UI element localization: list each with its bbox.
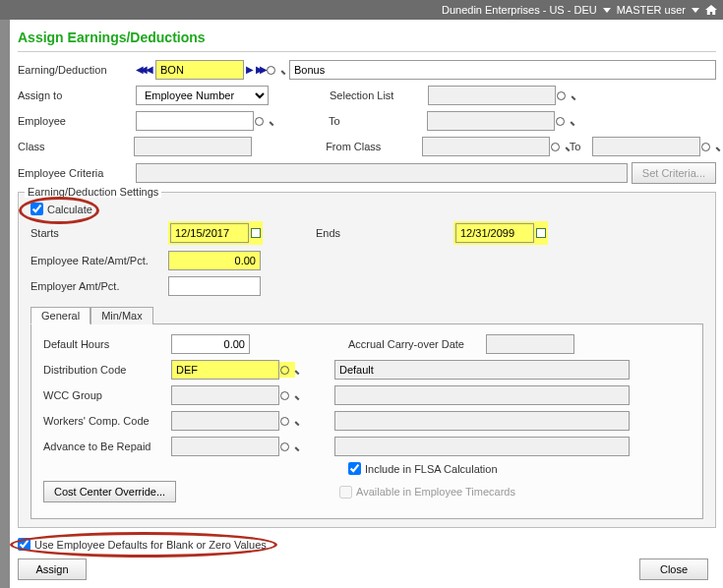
dist-code-label: Distribution Code xyxy=(43,364,171,376)
search-icon[interactable] xyxy=(555,113,571,129)
ends-label: Ends xyxy=(316,227,453,239)
left-scrollbar[interactable] xyxy=(0,20,10,588)
advance-label: Advance to Be Repaid xyxy=(43,441,171,452)
flsa-checkbox[interactable] xyxy=(348,462,361,475)
emp-rate-input[interactable] xyxy=(168,251,261,270)
selection-list-label: Selection List xyxy=(330,89,428,101)
cost-center-override-button[interactable]: Cost Center Override... xyxy=(43,481,176,502)
class-label: Class xyxy=(18,141,134,152)
calculate-checkbox[interactable] xyxy=(30,203,43,215)
home-icon[interactable] xyxy=(705,5,717,15)
set-criteria-button: Set Criteria... xyxy=(632,162,716,184)
wcc-group-desc xyxy=(334,385,630,405)
available-timecards-checkbox xyxy=(339,486,352,499)
search-icon[interactable] xyxy=(279,439,295,454)
company-text: Dunedin Enterprises - US - DEU xyxy=(442,4,597,16)
dist-code-desc xyxy=(334,360,630,380)
user-text: MASTER user xyxy=(617,4,686,16)
earning-deduction-label: Earning/Deduction xyxy=(18,64,136,76)
settings-group: Earning/Deduction Settings Calculate Sta… xyxy=(18,192,716,528)
calculate-label: Calculate xyxy=(47,204,92,215)
from-class-input xyxy=(422,137,550,156)
flsa-label: Include in FLSA Calculation xyxy=(365,463,498,475)
nav-next-icon[interactable]: ▶ xyxy=(246,65,254,75)
earning-deduction-desc[interactable] xyxy=(289,60,716,80)
nav-last-icon[interactable]: ▶▶ xyxy=(256,65,264,75)
search-icon[interactable] xyxy=(266,62,281,78)
search-icon[interactable] xyxy=(279,387,295,403)
calendar-icon[interactable] xyxy=(536,228,546,238)
starts-label: Starts xyxy=(30,227,168,239)
employee-input[interactable] xyxy=(136,111,254,131)
ends-input[interactable] xyxy=(455,223,534,243)
empr-amt-input[interactable] xyxy=(168,276,261,296)
tab-minmax[interactable]: Min/Max xyxy=(90,307,153,324)
assign-to-select[interactable]: Employee Number xyxy=(136,86,269,105)
earning-deduction-code[interactable] xyxy=(155,60,244,80)
employee-label: Employee xyxy=(18,115,136,127)
from-class-label: From Class xyxy=(326,141,422,152)
available-timecards-label: Available in Employee Timecards xyxy=(356,486,515,498)
criteria-label: Employee Criteria xyxy=(18,167,136,179)
use-defaults-checkbox[interactable] xyxy=(18,538,30,551)
advance-input xyxy=(171,437,279,456)
chevron-down-icon[interactable] xyxy=(692,8,699,13)
default-hours-input[interactable] xyxy=(171,334,250,354)
wcc-group-label: WCC Group xyxy=(43,389,171,401)
search-icon[interactable] xyxy=(279,362,295,378)
selection-list-input[interactable] xyxy=(428,86,556,105)
search-icon[interactable] xyxy=(279,413,295,429)
search-icon[interactable] xyxy=(556,88,572,103)
default-hours-label: Default Hours xyxy=(43,338,171,350)
assign-button[interactable]: Assign xyxy=(18,559,87,580)
chevron-down-icon[interactable] xyxy=(603,8,611,13)
wcc-group-input xyxy=(171,385,279,405)
search-icon[interactable] xyxy=(550,139,566,154)
tab-general[interactable]: General xyxy=(30,307,90,324)
nav-prev-icon[interactable]: ◀ xyxy=(146,65,153,75)
starts-input[interactable] xyxy=(170,223,249,243)
tab-body-general: Default Hours Accrual Carry-over Date Di… xyxy=(30,323,703,519)
settings-group-title: Earning/Deduction Settings xyxy=(25,186,161,198)
to-class-input xyxy=(592,137,700,156)
empr-amt-label: Employer Amt/Pct. xyxy=(30,280,168,292)
to-class-label: To xyxy=(570,141,593,152)
advance-desc xyxy=(334,437,630,456)
close-button[interactable]: Close xyxy=(639,559,708,580)
use-defaults-label: Use Employee Defaults for Blank or Zero … xyxy=(34,539,267,551)
nav-first-icon[interactable]: ◀◀ xyxy=(136,65,144,75)
class-input xyxy=(134,137,252,156)
to-input xyxy=(427,111,555,131)
search-icon[interactable] xyxy=(700,139,716,154)
assign-to-label: Assign to xyxy=(18,89,136,101)
search-icon[interactable] xyxy=(254,113,270,129)
wc-code-input xyxy=(171,411,279,431)
accrual-label: Accrual Carry-over Date xyxy=(348,338,486,350)
wc-code-label: Workers' Comp. Code xyxy=(43,415,171,427)
page-title: Assign Earnings/Deductions xyxy=(18,28,716,52)
accrual-input xyxy=(486,334,574,354)
title-bar: Dunedin Enterprises - US - DEU MASTER us… xyxy=(0,0,723,20)
criteria-input xyxy=(136,163,628,183)
emp-rate-label: Employee Rate/Amt/Pct. xyxy=(30,255,168,266)
wc-code-desc xyxy=(334,411,630,431)
dist-code-input[interactable] xyxy=(171,360,279,380)
to-label: To xyxy=(329,115,427,127)
calendar-icon[interactable] xyxy=(251,228,261,238)
